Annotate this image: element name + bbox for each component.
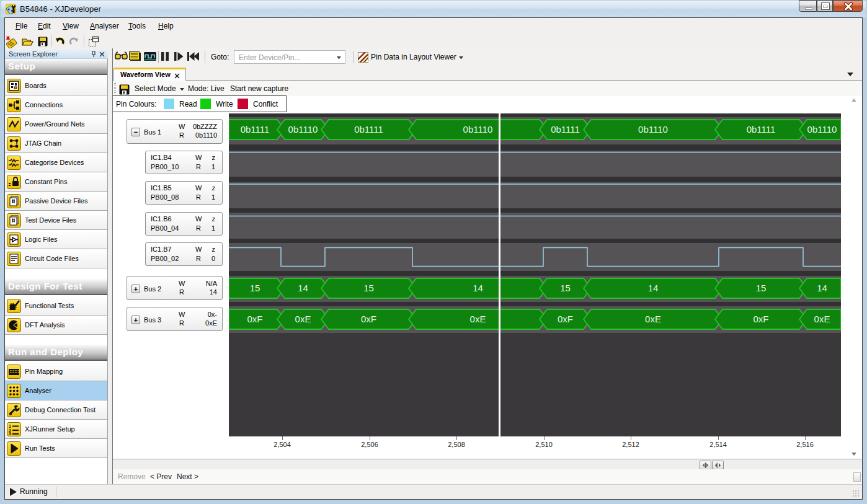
svg-text:0xF: 0xF bbox=[558, 314, 573, 324]
svg-text:14: 14 bbox=[648, 283, 659, 293]
svg-text:15: 15 bbox=[756, 283, 767, 293]
svg-text:0b1111: 0b1111 bbox=[354, 124, 383, 135]
svg-text:15: 15 bbox=[560, 283, 571, 293]
svg-text:0b1111: 0b1111 bbox=[551, 124, 580, 135]
svg-text:0xF: 0xF bbox=[247, 314, 262, 324]
svg-text:0b1111: 0b1111 bbox=[747, 124, 776, 135]
svg-text:0xE: 0xE bbox=[470, 314, 486, 324]
svg-text:0b1110: 0b1110 bbox=[288, 124, 318, 135]
svg-text:0xE: 0xE bbox=[295, 314, 311, 324]
svg-text:0b1110: 0b1110 bbox=[638, 124, 668, 135]
svg-text:15: 15 bbox=[250, 283, 260, 293]
svg-text:0xF: 0xF bbox=[361, 314, 376, 324]
svg-text:14: 14 bbox=[298, 283, 308, 293]
svg-text:0b1110: 0b1110 bbox=[463, 124, 493, 135]
svg-text:14: 14 bbox=[817, 283, 827, 293]
svg-text:3: 3 bbox=[9, 431, 11, 436]
svg-text:0xE: 0xE bbox=[814, 314, 830, 324]
svg-text:0b1110: 0b1110 bbox=[807, 124, 837, 135]
svg-text:0xE: 0xE bbox=[645, 314, 661, 324]
svg-text:0b1111: 0b1111 bbox=[241, 124, 270, 135]
svg-text:15: 15 bbox=[363, 283, 374, 293]
svg-text:0xF: 0xF bbox=[753, 314, 768, 324]
svg-text:14: 14 bbox=[473, 283, 483, 293]
